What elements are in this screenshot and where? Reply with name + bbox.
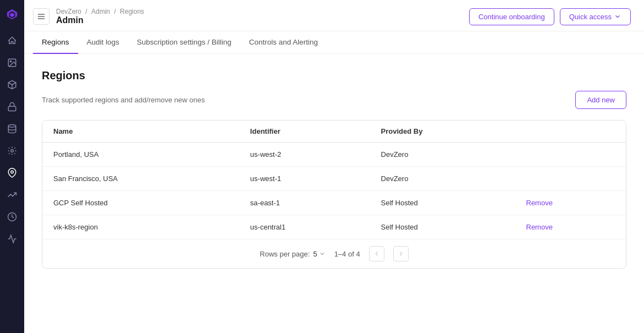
table-row: GCP Self Hostedsa-east-1Self HostedRemov…: [42, 191, 626, 215]
tab-audit-logs[interactable]: Audit logs: [78, 31, 128, 54]
quick-access-button[interactable]: Quick access: [560, 8, 631, 25]
rows-per-page-value: 5: [313, 250, 317, 258]
breadcrumb-regions[interactable]: Regions: [120, 8, 144, 15]
rows-per-page-select[interactable]: 5: [313, 250, 325, 258]
col-header-name: Name: [42, 121, 239, 143]
svg-rect-5: [8, 106, 16, 111]
remove-button[interactable]: Remove: [526, 223, 553, 231]
breadcrumb-devzero[interactable]: DevZero: [56, 8, 81, 15]
tab-regions[interactable]: Regions: [33, 31, 78, 54]
breadcrumb-sep-2: /: [114, 8, 118, 15]
prev-icon: [373, 250, 381, 258]
section-header: Track supported regions and add/remove n…: [42, 91, 626, 109]
breadcrumb-admin[interactable]: Admin: [91, 8, 110, 15]
chevron-down-icon: [614, 13, 621, 20]
sidebar-item-analytics[interactable]: [2, 185, 22, 205]
sidebar-item-clock[interactable]: [2, 207, 22, 227]
cell-action: [515, 167, 626, 191]
cell-identifier: sa-east-1: [239, 191, 370, 215]
tab-controls[interactable]: Controls and Alerting: [240, 31, 327, 54]
continue-onboarding-button[interactable]: Continue onboarding: [469, 8, 554, 25]
col-header-identifier: Identifier: [239, 121, 370, 143]
table-row: Portland, USAus-west-2DevZero: [42, 143, 626, 167]
sidebar: [0, 0, 24, 333]
table-header-row: Name Identifier Provided By: [42, 121, 626, 143]
cell-name: GCP Self Hosted: [42, 191, 239, 215]
cell-name: Portland, USA: [42, 143, 239, 167]
sidebar-logo[interactable]: [4, 7, 20, 22]
tabs-bar: Regions Audit logs Subscription settings…: [24, 31, 644, 54]
regions-table-container: Name Identifier Provided By Portland, US…: [42, 120, 626, 269]
quick-access-label: Quick access: [569, 13, 612, 21]
sidebar-item-activity[interactable]: [2, 229, 22, 249]
sidebar-item-integrations[interactable]: [2, 141, 22, 161]
cell-identifier: us-west-1: [239, 167, 370, 191]
table-body: Portland, USAus-west-2DevZeroSan Francis…: [42, 143, 626, 269]
pagination-row: Rows per page: 5 1–4 of 4: [42, 239, 626, 269]
next-page-button[interactable]: [393, 246, 409, 261]
next-icon: [397, 250, 405, 258]
col-header-actions: [515, 121, 626, 143]
cell-name: San Francisco, USA: [42, 167, 239, 191]
section-description: Track supported regions and add/remove n…: [42, 96, 205, 104]
svg-point-7: [11, 150, 14, 152]
hamburger-button[interactable]: [33, 8, 49, 25]
cell-identifier: us-central1: [239, 215, 370, 239]
table-row: San Francisco, USAus-west-1DevZero: [42, 167, 626, 191]
table-row: vik-k8s-regionus-central1Self HostedRemo…: [42, 215, 626, 239]
cell-action: [515, 143, 626, 167]
sidebar-item-storage[interactable]: [2, 119, 22, 139]
svg-point-4: [10, 61, 11, 62]
header-right: Continue onboarding Quick access: [469, 8, 631, 25]
breadcrumb-area: DevZero / Admin / Regions Admin: [56, 8, 144, 25]
cell-provided-by: DevZero: [370, 167, 515, 191]
rows-per-page: Rows per page: 5: [260, 250, 325, 258]
breadcrumb: DevZero / Admin / Regions: [56, 8, 144, 15]
sidebar-item-environments[interactable]: [2, 75, 22, 95]
main-content: DevZero / Admin / Regions Admin Continue…: [24, 0, 644, 333]
page-range-info: 1–4 of 4: [334, 250, 360, 258]
pagination-area: Rows per page: 5 1–4 of 4: [53, 246, 615, 261]
cell-identifier: us-west-2: [239, 143, 370, 167]
sidebar-item-security[interactable]: [2, 97, 22, 117]
rows-dropdown-icon: [319, 250, 326, 257]
header-left: DevZero / Admin / Regions Admin: [33, 8, 144, 25]
cell-provided-by: DevZero: [370, 143, 515, 167]
svg-point-6: [8, 125, 16, 128]
sidebar-item-images[interactable]: [2, 53, 22, 73]
sidebar-item-home[interactable]: [2, 31, 22, 51]
prev-page-button[interactable]: [369, 246, 384, 261]
regions-table: Name Identifier Provided By Portland, US…: [42, 121, 626, 268]
col-header-provided-by: Provided By: [370, 121, 515, 143]
add-new-button[interactable]: Add new: [575, 91, 626, 109]
sidebar-item-regions[interactable]: [2, 163, 22, 183]
cell-action[interactable]: Remove: [515, 215, 626, 239]
pagination-cell: Rows per page: 5 1–4 of 4: [42, 239, 626, 269]
svg-point-8: [11, 171, 14, 173]
cell-provided-by: Self Hosted: [370, 191, 515, 215]
page-body: Regions Track supported regions and add/…: [24, 54, 644, 333]
cell-name: vik-k8s-region: [42, 215, 239, 239]
page-title: Admin: [56, 15, 144, 25]
rows-per-page-label: Rows per page:: [260, 250, 310, 258]
breadcrumb-sep-1: /: [85, 8, 89, 15]
cell-action[interactable]: Remove: [515, 191, 626, 215]
tab-subscription[interactable]: Subscription settings / Billing: [128, 31, 240, 54]
cell-provided-by: Self Hosted: [370, 215, 515, 239]
section-title: Regions: [42, 69, 626, 82]
header: DevZero / Admin / Regions Admin Continue…: [24, 0, 644, 31]
remove-button[interactable]: Remove: [526, 199, 553, 207]
